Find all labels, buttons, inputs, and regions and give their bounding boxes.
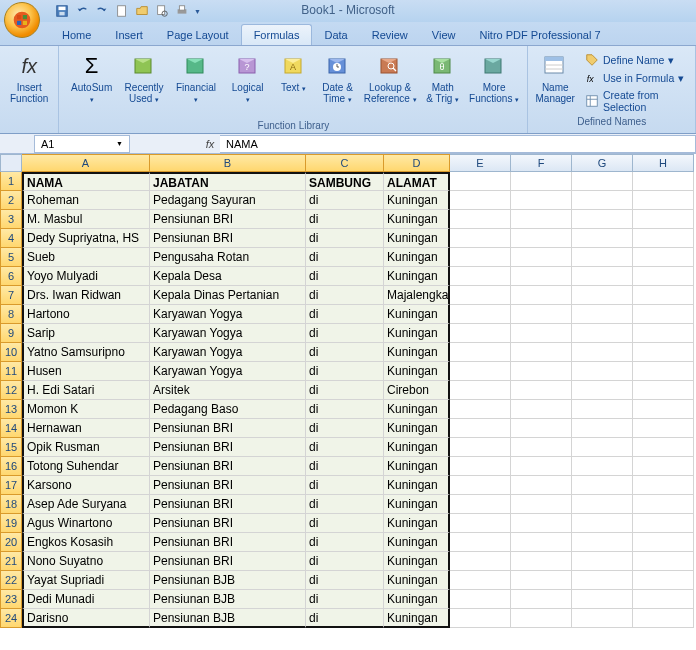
cell-G1[interactable] (572, 172, 633, 191)
cell-E11[interactable] (450, 362, 511, 381)
cell-E21[interactable] (450, 552, 511, 571)
cell-A19[interactable]: Agus Winartono (22, 514, 150, 533)
cell-C14[interactable]: di (306, 419, 384, 438)
col-header-H[interactable]: H (633, 154, 694, 172)
cell-A15[interactable]: Opik Rusman (22, 438, 150, 457)
cell-F21[interactable] (511, 552, 572, 571)
cell-G20[interactable] (572, 533, 633, 552)
cell-H19[interactable] (633, 514, 694, 533)
cell-C24[interactable]: di (306, 609, 384, 628)
cell-C3[interactable]: di (306, 210, 384, 229)
recently-used-button[interactable]: Recently Used ▾ (122, 50, 166, 118)
tab-nitro-pdf[interactable]: Nitro PDF Professional 7 (467, 25, 612, 45)
cell-D24[interactable]: Kuningan (384, 609, 450, 628)
row-header-18[interactable]: 18 (0, 495, 22, 514)
cell-H11[interactable] (633, 362, 694, 381)
cell-A12[interactable]: H. Edi Satari (22, 381, 150, 400)
row-header-9[interactable]: 9 (0, 324, 22, 343)
cell-G22[interactable] (572, 571, 633, 590)
cell-E3[interactable] (450, 210, 511, 229)
cell-A21[interactable]: Nono Suyatno (22, 552, 150, 571)
col-header-F[interactable]: F (511, 154, 572, 172)
cell-D11[interactable]: Kuningan (384, 362, 450, 381)
row-header-17[interactable]: 17 (0, 476, 22, 495)
print-icon[interactable] (174, 3, 190, 19)
cell-C4[interactable]: di (306, 229, 384, 248)
row-header-16[interactable]: 16 (0, 457, 22, 476)
cell-H23[interactable] (633, 590, 694, 609)
cell-G6[interactable] (572, 267, 633, 286)
cell-D19[interactable]: Kuningan (384, 514, 450, 533)
cell-H14[interactable] (633, 419, 694, 438)
cell-D16[interactable]: Kuningan (384, 457, 450, 476)
cell-B20[interactable]: Pensiunan BRI (150, 533, 306, 552)
use-in-formula-button[interactable]: fx Use in Formula ▾ (582, 70, 689, 86)
cell-A11[interactable]: Husen (22, 362, 150, 381)
cell-G17[interactable] (572, 476, 633, 495)
row-header-20[interactable]: 20 (0, 533, 22, 552)
cell-A24[interactable]: Darisno (22, 609, 150, 628)
cell-E10[interactable] (450, 343, 511, 362)
cell-G13[interactable] (572, 400, 633, 419)
cell-H20[interactable] (633, 533, 694, 552)
row-header-2[interactable]: 2 (0, 191, 22, 210)
cell-F5[interactable] (511, 248, 572, 267)
cell-D21[interactable]: Kuningan (384, 552, 450, 571)
cell-B10[interactable]: Karyawan Yogya (150, 343, 306, 362)
cell-F13[interactable] (511, 400, 572, 419)
cell-E6[interactable] (450, 267, 511, 286)
cell-B18[interactable]: Pensiunan BRI (150, 495, 306, 514)
cell-F15[interactable] (511, 438, 572, 457)
cell-D3[interactable]: Kuningan (384, 210, 450, 229)
cell-F10[interactable] (511, 343, 572, 362)
undo-icon[interactable] (74, 3, 90, 19)
insert-function-button[interactable]: fx Insert Function (6, 50, 52, 129)
cell-C5[interactable]: di (306, 248, 384, 267)
cell-C18[interactable]: di (306, 495, 384, 514)
tab-insert[interactable]: Insert (103, 25, 155, 45)
cell-G23[interactable] (572, 590, 633, 609)
cell-F9[interactable] (511, 324, 572, 343)
tab-page-layout[interactable]: Page Layout (155, 25, 241, 45)
cell-H8[interactable] (633, 305, 694, 324)
cell-F17[interactable] (511, 476, 572, 495)
math-trig-button[interactable]: θ Math & Trig ▾ (423, 50, 463, 118)
cell-H2[interactable] (633, 191, 694, 210)
cell-C15[interactable]: di (306, 438, 384, 457)
cell-A20[interactable]: Engkos Kosasih (22, 533, 150, 552)
cell-G9[interactable] (572, 324, 633, 343)
cell-B24[interactable]: Pensiunan BJB (150, 609, 306, 628)
cell-H5[interactable] (633, 248, 694, 267)
cell-E8[interactable] (450, 305, 511, 324)
cell-F12[interactable] (511, 381, 572, 400)
cell-B12[interactable]: Arsitek (150, 381, 306, 400)
cell-E24[interactable] (450, 609, 511, 628)
cell-H9[interactable] (633, 324, 694, 343)
row-header-4[interactable]: 4 (0, 229, 22, 248)
cell-B22[interactable]: Pensiunan BJB (150, 571, 306, 590)
cell-A8[interactable]: Hartono (22, 305, 150, 324)
define-name-button[interactable]: Define Name ▾ (582, 52, 689, 68)
cell-A10[interactable]: Yatno Samsuripno (22, 343, 150, 362)
cell-F11[interactable] (511, 362, 572, 381)
cell-A17[interactable]: Karsono (22, 476, 150, 495)
cell-D22[interactable]: Kuningan (384, 571, 450, 590)
cell-G12[interactable] (572, 381, 633, 400)
cell-C13[interactable]: di (306, 400, 384, 419)
col-header-E[interactable]: E (450, 154, 511, 172)
more-functions-button[interactable]: More Functions ▾ (467, 50, 522, 118)
row-header-14[interactable]: 14 (0, 419, 22, 438)
cell-E9[interactable] (450, 324, 511, 343)
cell-H17[interactable] (633, 476, 694, 495)
fx-button[interactable]: fx (200, 138, 220, 150)
select-all-corner[interactable] (0, 154, 22, 172)
cell-F19[interactable] (511, 514, 572, 533)
cell-D12[interactable]: Cirebon (384, 381, 450, 400)
cell-A2[interactable]: Roheman (22, 191, 150, 210)
cell-A18[interactable]: Asep Ade Suryana (22, 495, 150, 514)
cell-C22[interactable]: di (306, 571, 384, 590)
cell-E23[interactable] (450, 590, 511, 609)
row-header-19[interactable]: 19 (0, 514, 22, 533)
cell-F3[interactable] (511, 210, 572, 229)
cell-H10[interactable] (633, 343, 694, 362)
